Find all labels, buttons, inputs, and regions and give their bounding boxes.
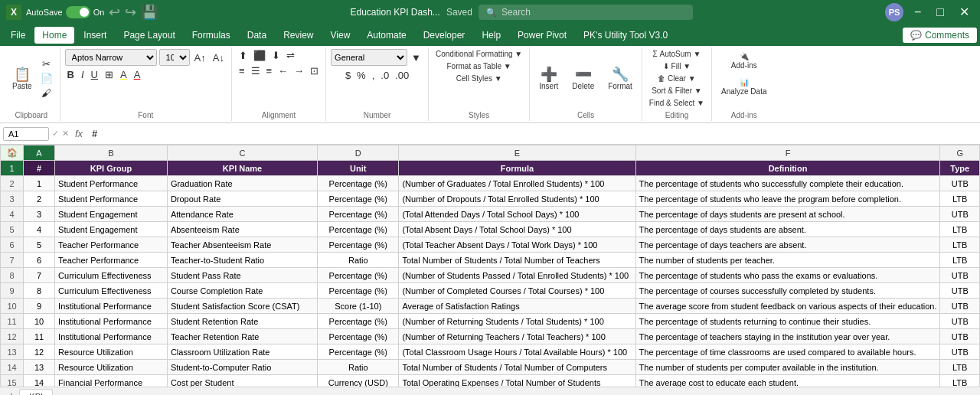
- cell-c-11[interactable]: Student Retention Rate: [167, 314, 317, 329]
- align-center-button[interactable]: ☰: [249, 64, 263, 77]
- col-header-e[interactable]: E: [399, 145, 635, 161]
- cell-a-12[interactable]: 11: [24, 329, 55, 344]
- formula-input[interactable]: [89, 127, 977, 141]
- add-sheet-button[interactable]: +: [3, 390, 19, 396]
- cell-c-14[interactable]: Student-to-Computer Ratio: [167, 360, 317, 375]
- cut-button[interactable]: ✂: [38, 57, 55, 70]
- cell-b-6[interactable]: Teacher Performance: [55, 237, 168, 253]
- font-color-button[interactable]: A: [132, 68, 143, 81]
- cell-a-6[interactable]: 5: [24, 237, 55, 253]
- fill-color-button[interactable]: A: [118, 68, 129, 81]
- cell-f-3[interactable]: The percentage of students who leave the…: [635, 191, 940, 207]
- cell-b-12[interactable]: Institutional Performance: [55, 329, 168, 344]
- cell-a-3[interactable]: 2: [24, 191, 55, 207]
- menu-formulas[interactable]: Formulas: [185, 27, 238, 44]
- menu-home[interactable]: Home: [34, 27, 74, 44]
- row-header-14[interactable]: 14: [1, 360, 24, 375]
- menu-review[interactable]: Review: [276, 27, 321, 44]
- format-button[interactable]: 🔧 Format: [603, 64, 637, 93]
- cell-e-12[interactable]: (Number of Returning Teachers / Total Te…: [399, 329, 635, 344]
- cell-e-5[interactable]: (Total Absent Days / Total School Days) …: [399, 222, 635, 237]
- menu-insert[interactable]: Insert: [76, 27, 114, 44]
- autosave-toggle[interactable]: [66, 6, 90, 18]
- menu-pks-utility[interactable]: PK's Utility Tool V3.0: [576, 27, 675, 44]
- align-left-button[interactable]: ≡: [237, 64, 247, 77]
- sort-filter-button[interactable]: Sort & Filter ▼: [649, 86, 704, 96]
- format-painter-button[interactable]: 🖌: [38, 87, 55, 100]
- row-header-13[interactable]: 13: [1, 344, 24, 360]
- delete-button[interactable]: ➖ Delete: [567, 64, 599, 93]
- cell-g-4[interactable]: UTB: [940, 207, 980, 222]
- close-button[interactable]: ✕: [955, 6, 974, 18]
- cell-a-11[interactable]: 10: [24, 314, 55, 329]
- align-top-button[interactable]: ⬆: [237, 49, 250, 62]
- row-header-2[interactable]: 2: [1, 176, 24, 191]
- cell-b-14[interactable]: Resource Utilization: [55, 360, 168, 375]
- cell-g-14[interactable]: LTB: [940, 360, 980, 375]
- row-header-7[interactable]: 7: [1, 253, 24, 268]
- cell-reference-input[interactable]: [3, 127, 49, 141]
- cell-d-15[interactable]: Currency (USD): [318, 375, 399, 387]
- cell-e-6[interactable]: (Total Teacher Absent Days / Total Work …: [399, 237, 635, 253]
- menu-data[interactable]: Data: [240, 27, 274, 44]
- cell-a-8[interactable]: 7: [24, 268, 55, 283]
- cell-c-13[interactable]: Classroom Utilization Rate: [167, 344, 317, 360]
- redo-icon[interactable]: ↪: [125, 4, 136, 21]
- header-cell-b[interactable]: KPI Group: [55, 161, 168, 176]
- cell-f-14[interactable]: The number of students per computer avai…: [635, 360, 940, 375]
- maximize-button[interactable]: □: [932, 6, 949, 18]
- cell-f-8[interactable]: The percentage of students who pass the …: [635, 268, 940, 283]
- cell-e-3[interactable]: (Number of Dropouts / Total Enrolled Stu…: [399, 191, 635, 207]
- cell-e-7[interactable]: Total Number of Students / Total Number …: [399, 253, 635, 268]
- cell-b-11[interactable]: Institutional Performance: [55, 314, 168, 329]
- border-button[interactable]: ⊞: [103, 68, 116, 81]
- cell-a-9[interactable]: 8: [24, 283, 55, 299]
- row-header-10[interactable]: 10: [1, 299, 24, 314]
- header-cell-c[interactable]: KPI Name: [167, 161, 317, 176]
- clear-button[interactable]: 🗑 Clear ▼: [655, 73, 697, 83]
- header-cell-f[interactable]: Definition: [635, 161, 940, 176]
- undo-icon[interactable]: ↩: [109, 4, 120, 21]
- menu-developer[interactable]: Developer: [416, 27, 473, 44]
- cell-c-9[interactable]: Course Completion Rate: [167, 283, 317, 299]
- cell-d-2[interactable]: Percentage (%): [318, 176, 399, 191]
- cell-g-3[interactable]: LTB: [940, 191, 980, 207]
- cell-d-9[interactable]: Percentage (%): [318, 283, 399, 299]
- cell-c-12[interactable]: Teacher Retention Rate: [167, 329, 317, 344]
- cell-f-9[interactable]: The percentage of courses successfully c…: [635, 283, 940, 299]
- menu-power-pivot[interactable]: Power Pivot: [510, 27, 574, 44]
- cell-d-11[interactable]: Percentage (%): [318, 314, 399, 329]
- cell-styles-button[interactable]: Cell Styles ▼: [454, 73, 505, 83]
- cell-b-7[interactable]: Teacher Performance: [55, 253, 168, 268]
- wrap-text-button[interactable]: ⇌: [284, 49, 297, 62]
- align-middle-button[interactable]: ⬛: [251, 49, 268, 62]
- col-header-f[interactable]: F: [635, 145, 940, 161]
- cell-c-8[interactable]: Student Pass Rate: [167, 268, 317, 283]
- sheet-tab-kpi[interactable]: KPI: [19, 389, 53, 395]
- cell-f-5[interactable]: The percentage of days students are abse…: [635, 222, 940, 237]
- cell-e-15[interactable]: Total Operating Expenses / Total Number …: [399, 375, 635, 387]
- cell-d-4[interactable]: Percentage (%): [318, 207, 399, 222]
- cell-f-4[interactable]: The percentage of days students are pres…: [635, 207, 940, 222]
- cell-f-10[interactable]: The average score from student feedback …: [635, 299, 940, 314]
- cell-e-13[interactable]: (Total Classroom Usage Hours / Total Ava…: [399, 344, 635, 360]
- conditional-formatting-button[interactable]: Conditional Formatting ▼: [433, 49, 524, 59]
- cell-g-13[interactable]: UTB: [940, 344, 980, 360]
- cell-b-4[interactable]: Student Engagement: [55, 207, 168, 222]
- cell-d-5[interactable]: Percentage (%): [318, 222, 399, 237]
- cell-e-10[interactable]: Average of Satisfaction Ratings: [399, 299, 635, 314]
- save-icon[interactable]: 💾: [141, 4, 158, 21]
- cell-a-7[interactable]: 6: [24, 253, 55, 268]
- menu-help[interactable]: Help: [474, 27, 508, 44]
- row-header-15[interactable]: 15: [1, 375, 24, 387]
- cell-a-4[interactable]: 3: [24, 207, 55, 222]
- decrease-decimal-button[interactable]: .0: [378, 69, 391, 82]
- cell-f-13[interactable]: The percentage of time classrooms are us…: [635, 344, 940, 360]
- cell-a-15[interactable]: 14: [24, 375, 55, 387]
- cell-b-15[interactable]: Financial Performance: [55, 375, 168, 387]
- row-header-6[interactable]: 6: [1, 237, 24, 253]
- cell-f-12[interactable]: The percentage of teachers staying in th…: [635, 329, 940, 344]
- cell-c-15[interactable]: Cost per Student: [167, 375, 317, 387]
- currency-button[interactable]: $: [343, 69, 353, 82]
- indent-increase-button[interactable]: →: [292, 64, 306, 77]
